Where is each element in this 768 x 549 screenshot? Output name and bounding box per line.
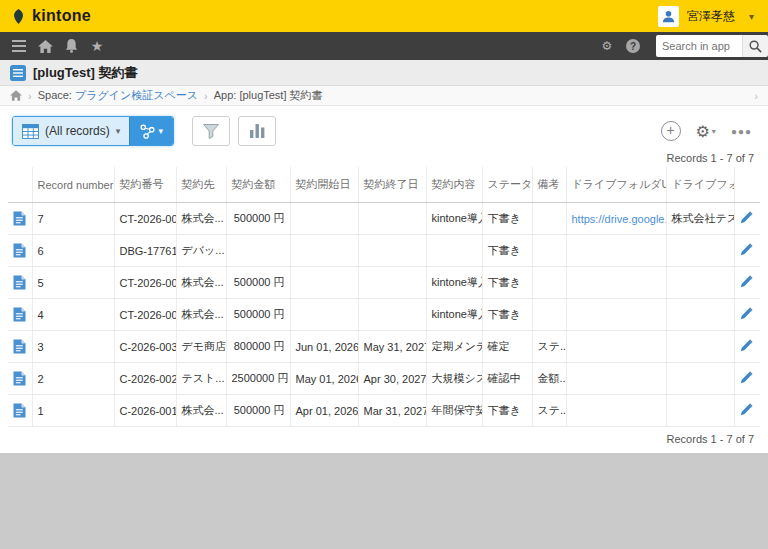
table-cell: デモ商店 — [176, 331, 226, 363]
kintone-logo-icon — [10, 8, 27, 25]
open-record-button[interactable] — [8, 331, 32, 363]
open-record-button[interactable] — [8, 203, 32, 235]
record-table-header-row: Record number契約番号契約先契約金額契約開始日契約終了日契約内容ステ… — [8, 167, 760, 203]
edit-record-button[interactable] — [734, 331, 760, 363]
record-list-content: (All records) ▾ ▾ + ⚙▾ ●●● Records 1 - — [0, 106, 768, 453]
table-cell — [290, 235, 358, 267]
graph-view-chevron-icon: ▾ — [158, 126, 163, 136]
bar-chart-icon — [250, 124, 265, 138]
table-cell — [666, 395, 734, 427]
drive-url-link[interactable]: https://drive.google.com/drive/f... — [566, 203, 666, 235]
app-settings-button[interactable]: ⚙▾ — [696, 122, 716, 141]
record-table-body: 7CT-2026-001株式会...500000 円kintone導入...下書… — [8, 203, 760, 427]
column-header-edit — [734, 167, 760, 203]
column-header[interactable]: 契約終了日 — [358, 167, 426, 203]
search-input[interactable] — [656, 35, 742, 57]
kintone-logo[interactable]: kintone — [10, 7, 91, 25]
view-toolbar: (All records) ▾ ▾ + ⚙▾ ●●● — [12, 116, 756, 146]
settings-gear-icon[interactable]: ⚙ — [594, 32, 620, 60]
open-record-button[interactable] — [8, 363, 32, 395]
graph-view-button[interactable]: ▾ — [129, 117, 173, 145]
filter-button[interactable] — [192, 116, 230, 146]
open-record-button[interactable] — [8, 299, 32, 331]
table-cell: Jun 01, 2026 — [290, 331, 358, 363]
more-options-button[interactable]: ●●● — [731, 126, 752, 137]
help-badge: ? — [626, 39, 640, 53]
edit-record-button[interactable] — [734, 299, 760, 331]
table-cell: 5 — [32, 267, 114, 299]
edit-pencil-icon — [740, 211, 753, 224]
add-record-button[interactable]: + — [661, 121, 681, 141]
column-header[interactable]: 契約開始日 — [290, 167, 358, 203]
favorites-star-icon[interactable]: ★ — [84, 32, 110, 60]
edit-record-button[interactable] — [734, 395, 760, 427]
record-file-icon — [13, 243, 26, 258]
table-cell: Apr 01, 2026 — [290, 395, 358, 427]
table-cell: May 31, 2027 — [358, 331, 426, 363]
open-record-button[interactable] — [8, 267, 32, 299]
column-header[interactable]: ドライブフォルダURL — [566, 167, 666, 203]
user-menu[interactable]: 宮澤孝慈 ▾ — [652, 0, 760, 32]
column-header[interactable]: 契約番号 — [114, 167, 176, 203]
breadcrumb-space[interactable]: Space: プラグイン検証スペース — [38, 88, 198, 103]
breadcrumb-space-prefix: Space: — [38, 89, 75, 101]
avatar — [658, 6, 679, 27]
table-cell: 金額... — [532, 363, 566, 395]
table-cell — [566, 299, 666, 331]
view-selector-label: (All records) — [45, 124, 110, 138]
table-cell: 500000 円 — [226, 395, 290, 427]
table-cell: CT-2026-001 — [114, 203, 176, 235]
notifications-bell-icon[interactable] — [58, 32, 84, 60]
help-icon[interactable]: ? — [620, 32, 646, 60]
table-cell: Apr 30, 2027 — [358, 363, 426, 395]
table-cell: ステ... — [532, 395, 566, 427]
breadcrumb-collapse-icon[interactable]: › — [754, 90, 758, 102]
table-cell — [666, 299, 734, 331]
record-file-icon — [13, 339, 26, 354]
records-count-bottom: Records 1 - 7 of 7 — [0, 433, 754, 445]
table-cell: ステ... — [532, 331, 566, 363]
table-cell — [226, 235, 290, 267]
app-search — [656, 32, 768, 60]
table-row: 3C-2026-003デモ商店800000 円Jun 01, 2026May 3… — [8, 331, 760, 363]
column-header[interactable]: ドライブフォルダ名 — [666, 167, 734, 203]
table-cell — [358, 203, 426, 235]
user-menu-chevron-icon: ▾ — [749, 11, 754, 22]
view-selector[interactable]: (All records) ▾ — [13, 117, 129, 145]
breadcrumb-app[interactable]: App: [plugTest] 契約書 — [214, 88, 323, 103]
search-button[interactable] — [742, 35, 768, 57]
global-navbar: ★ ⚙ ? — [0, 32, 768, 60]
column-header[interactable]: Record number — [32, 167, 114, 203]
table-row: 5CT-2026-001株式会...500000 円kintone導入...下書… — [8, 267, 760, 299]
record-table: Record number契約番号契約先契約金額契約開始日契約終了日契約内容ステ… — [8, 167, 760, 427]
column-header[interactable]: 契約先 — [176, 167, 226, 203]
edit-record-button[interactable] — [734, 267, 760, 299]
edit-record-button[interactable] — [734, 363, 760, 395]
breadcrumb-space-link[interactable]: プラグイン検証スペース — [75, 89, 198, 101]
table-cell — [290, 299, 358, 331]
home-icon[interactable] — [32, 32, 58, 60]
open-record-button[interactable] — [8, 235, 32, 267]
breadcrumb-separator: › — [204, 90, 208, 102]
column-header[interactable]: ステータス — [482, 167, 532, 203]
edit-record-button[interactable] — [734, 203, 760, 235]
table-cell: 年間保守契... — [426, 395, 482, 427]
column-header[interactable]: 契約内容 — [426, 167, 482, 203]
table-cell — [290, 267, 358, 299]
chart-button[interactable] — [238, 116, 276, 146]
edit-record-button[interactable] — [734, 235, 760, 267]
column-header[interactable]: 備考 — [532, 167, 566, 203]
menu-icon[interactable] — [6, 32, 32, 60]
table-cell: 3 — [32, 331, 114, 363]
table-cell: 1 — [32, 395, 114, 427]
table-cell: 下書き — [482, 267, 532, 299]
toolbar-right: + ⚙▾ ●●● — [661, 121, 756, 141]
search-icon — [749, 40, 762, 53]
breadcrumb-home-icon[interactable] — [10, 90, 22, 101]
column-header[interactable]: 契約金額 — [226, 167, 290, 203]
table-cell: 株式会... — [176, 395, 226, 427]
table-cell: 株式会... — [176, 203, 226, 235]
page-background — [0, 453, 768, 549]
table-cell: kintone導入... — [426, 267, 482, 299]
open-record-button[interactable] — [8, 395, 32, 427]
